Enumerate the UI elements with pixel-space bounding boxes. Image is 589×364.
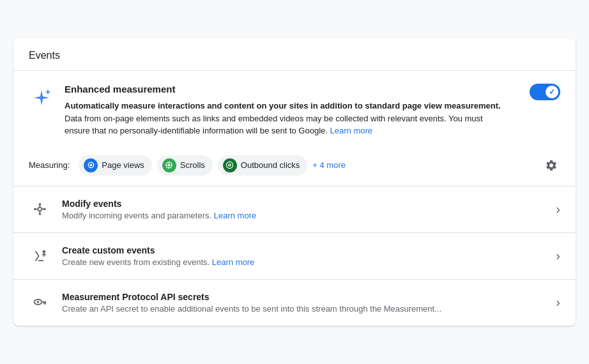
chip-outbound-clicks-label: Outbound clicks — [241, 160, 300, 170]
outbound-clicks-icon — [223, 158, 237, 172]
create-custom-events-title: Create custom events — [62, 245, 546, 255]
settings-icon — [545, 159, 558, 172]
enhanced-measurement-section: Enhanced measurement Automatically measu… — [13, 71, 576, 186]
toggle-container[interactable]: ✓ — [530, 84, 560, 100]
chip-page-views-label: Page views — [102, 160, 144, 170]
create-custom-events-chevron-icon: › — [556, 248, 560, 263]
svg-point-8 — [229, 165, 231, 166]
svg-point-10 — [34, 208, 36, 210]
settings-button[interactable] — [542, 156, 560, 174]
toggle-check-icon: ✓ — [549, 87, 555, 96]
measurement-protocol-content: Measurement Protocol API secrets Create … — [62, 292, 546, 314]
svg-point-9 — [39, 203, 41, 206]
scrolls-icon — [162, 158, 176, 172]
modify-events-learn-more[interactable]: Learn more — [214, 211, 256, 220]
measurement-protocol-desc: Create an API secret to enable additiona… — [62, 304, 546, 314]
main-card: Events Enhanced measurement Automaticall… — [13, 38, 576, 326]
modify-events-title: Modify events — [62, 199, 546, 209]
create-custom-events-desc: Create new events from existing events. … — [62, 257, 546, 267]
enhanced-toggle[interactable]: ✓ — [530, 84, 560, 100]
chip-page-views[interactable]: Page views — [79, 155, 151, 176]
create-custom-events-icon — [29, 245, 52, 268]
more-link[interactable]: + 4 more — [312, 160, 346, 170]
measurement-protocol-title: Measurement Protocol API secrets — [62, 292, 546, 302]
toggle-track: ✓ — [530, 84, 560, 100]
svg-point-1 — [89, 164, 92, 167]
svg-point-15 — [37, 301, 40, 303]
measuring-label: Measuring: — [29, 160, 70, 170]
chip-scrolls[interactable]: Scrolls — [157, 155, 213, 176]
enhanced-desc-bold: Automatically measure interactions and c… — [65, 101, 501, 110]
list-items: Modify events Modify incoming events and… — [13, 186, 576, 326]
measurement-protocol-desc-text: Create an API secret to enable additiona… — [62, 304, 441, 314]
measuring-chips: Page views Scrolls — [79, 155, 536, 176]
create-custom-events-content: Create custom events Create new events f… — [62, 245, 546, 267]
svg-point-12 — [39, 213, 41, 215]
modify-events-chevron-icon: › — [556, 202, 560, 216]
modify-events-icon — [29, 198, 52, 221]
enhanced-title: Enhanced measurement — [65, 84, 509, 95]
sparkle-icon — [29, 85, 54, 110]
modify-events-desc-text: Modify incoming events and parameters. — [62, 211, 211, 220]
card-header: Events — [13, 38, 576, 71]
enhanced-desc-normal: Data from on-page elements such as links… — [65, 114, 483, 136]
measurement-protocol-icon — [29, 291, 52, 314]
chip-scrolls-label: Scrolls — [180, 160, 205, 170]
list-item-modify-events[interactable]: Modify events Modify incoming events and… — [13, 186, 576, 233]
page-views-icon — [84, 158, 98, 172]
create-custom-events-learn-more[interactable]: Learn more — [212, 257, 254, 267]
list-item-create-custom-events[interactable]: Create custom events Create new events f… — [13, 233, 576, 280]
chip-outbound-clicks[interactable]: Outbound clicks — [218, 155, 308, 176]
measuring-row: Measuring: Page views — [29, 145, 560, 186]
measurement-protocol-chevron-icon: › — [556, 295, 560, 310]
modify-events-desc: Modify incoming events and parameters. L… — [62, 211, 546, 220]
enhanced-desc: Automatically measure interactions and c… — [65, 100, 509, 137]
svg-point-5 — [168, 164, 170, 166]
page-title: Events — [29, 50, 60, 61]
svg-point-11 — [43, 208, 46, 210]
modify-events-content: Modify events Modify incoming events and… — [62, 199, 546, 220]
enhanced-top-row: Enhanced measurement Automatically measu… — [29, 84, 560, 137]
toggle-thumb: ✓ — [546, 86, 558, 98]
enhanced-content: Enhanced measurement Automatically measu… — [65, 84, 509, 137]
create-custom-events-desc-text: Create new events from existing events. — [62, 257, 210, 267]
enhanced-learn-more-link[interactable]: Learn more — [330, 126, 372, 135]
list-item-measurement-protocol[interactable]: Measurement Protocol API secrets Create … — [13, 280, 576, 326]
